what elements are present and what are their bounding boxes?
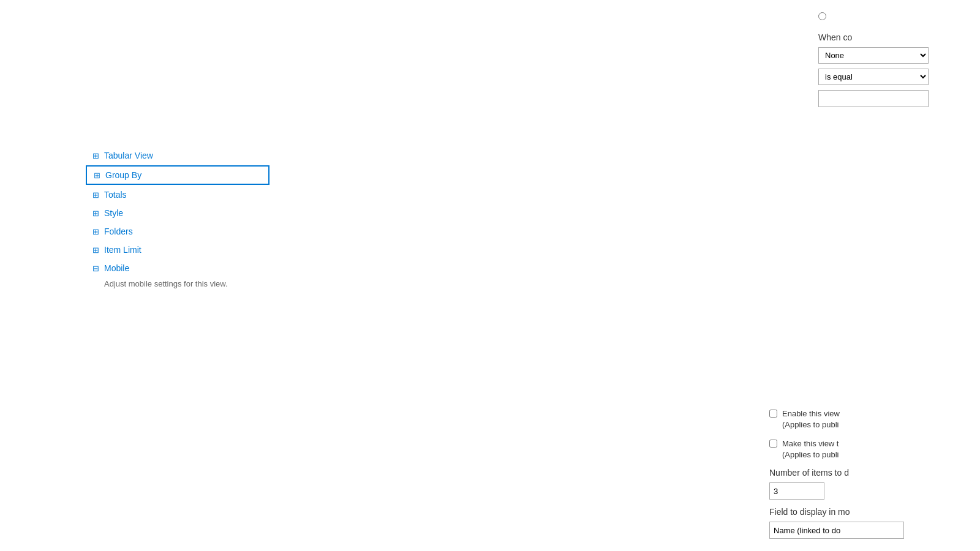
- expand-icon-mobile: [91, 263, 100, 273]
- enable-view-label: Enable this view (Applies to publi: [782, 408, 840, 430]
- num-items-label: Number of items to d: [769, 468, 970, 478]
- nav-item-item-limit[interactable]: Item Limit: [86, 241, 270, 258]
- nav-label-item-limit: Item Limit: [104, 245, 141, 255]
- when-condition-label: When co: [818, 32, 970, 42]
- expand-icon-folders: [91, 227, 100, 236]
- make-view-checkbox[interactable]: [769, 440, 777, 448]
- expand-icon-totals: [91, 190, 100, 200]
- nav-item-group-by[interactable]: ⊞ Group By: [86, 165, 270, 185]
- make-view-label: Make this view t (Applies to publi: [782, 438, 839, 460]
- right-panel-filter: When co None is equal: [809, 0, 980, 124]
- nav-item-tabular-view[interactable]: Tabular View: [86, 147, 270, 164]
- field-display-label: Field to display in mo: [769, 507, 970, 517]
- left-nav-panel: Tabular View ⊞ Group By Totals Style Fol…: [86, 147, 270, 291]
- nav-item-folders[interactable]: Folders: [86, 223, 270, 240]
- mobile-subtitle: Adjust mobile settings for this view.: [86, 279, 270, 288]
- page-container: Tabular View ⊞ Group By Totals Style Fol…: [0, 0, 980, 551]
- expand-icon-tabular-view: [91, 151, 100, 160]
- nav-label-group-by: Group By: [105, 170, 141, 180]
- is-equal-dropdown[interactable]: is equal: [818, 69, 929, 85]
- nav-label-totals: Totals: [104, 190, 127, 200]
- enable-view-row: Enable this view (Applies to publi: [769, 408, 970, 430]
- mobile-settings-panel: Enable this view (Applies to publi Make …: [760, 396, 980, 551]
- field-display-input[interactable]: [769, 522, 904, 539]
- expand-icon-style: [91, 208, 100, 218]
- expand-icon-group-by: ⊞: [92, 170, 102, 180]
- expand-icon-item-limit: [91, 245, 100, 255]
- none-dropdown[interactable]: None: [818, 47, 929, 64]
- nav-label-folders: Folders: [104, 227, 133, 236]
- nav-item-style[interactable]: Style: [86, 204, 270, 222]
- nav-label-style: Style: [104, 208, 123, 218]
- radio-row-and: [818, 12, 970, 20]
- nav-item-totals[interactable]: Totals: [86, 186, 270, 203]
- num-items-input[interactable]: [769, 482, 824, 500]
- filter-value-input[interactable]: [818, 90, 929, 107]
- nav-label-tabular-view: Tabular View: [104, 151, 153, 160]
- make-view-row: Make this view t (Applies to publi: [769, 438, 970, 460]
- nav-label-mobile: Mobile: [104, 263, 129, 273]
- radio-and[interactable]: [818, 12, 826, 20]
- enable-view-checkbox[interactable]: [769, 410, 777, 418]
- nav-item-mobile[interactable]: Mobile: [86, 260, 270, 277]
